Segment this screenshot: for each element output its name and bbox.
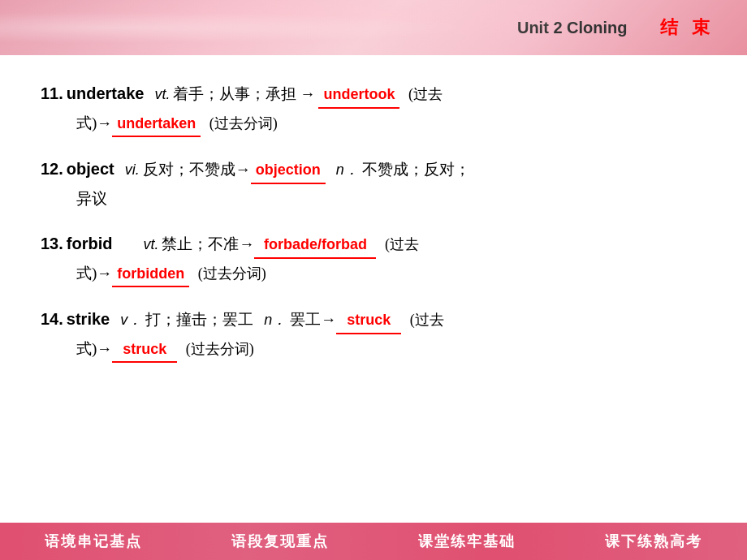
entry-11-paren2: (过去分词) bbox=[205, 111, 278, 136]
entry-13-answer1: forbade/forbad bbox=[254, 232, 376, 259]
entry-14-word: strike bbox=[67, 305, 110, 333]
footer-item-4: 课下练熟高考 bbox=[605, 532, 702, 551]
entry-11-shi: 式)→ bbox=[76, 110, 112, 136]
entry-14-line2: 式)→ struck (过去分词) bbox=[41, 336, 706, 364]
entry-11-line2: 式)→ undertaken (过去分词) bbox=[41, 110, 706, 138]
entry-11-number: 11. bbox=[41, 80, 63, 107]
entry-13-word: forbid bbox=[67, 230, 113, 257]
entry-14-paren2: (过去分词) bbox=[182, 337, 254, 362]
entry-14-shi: 式)→ bbox=[76, 336, 112, 362]
entry-12-def3: 异议 bbox=[76, 186, 107, 212]
entry-14-answer2: struck bbox=[112, 337, 177, 364]
footer-item-2: 语段复现重点 bbox=[231, 532, 329, 551]
entry-12: 12. object vi. 反对；不赞成→ objection n． 不赞成；… bbox=[41, 155, 706, 212]
header-decoration bbox=[0, 0, 747, 55]
entry-12-def2: 不赞成；反对； bbox=[362, 157, 470, 183]
entry-13-shi: 式)→ bbox=[76, 261, 112, 286]
entry-13-paren1: (过去 bbox=[381, 232, 419, 257]
entry-14: 14. strike v． 打；撞击；罢工 n． 罢工→ struck (过去 … bbox=[41, 305, 706, 363]
entry-12-word: object bbox=[67, 155, 114, 183]
entry-13-pos: vt. bbox=[119, 232, 158, 257]
header: Unit 2 Cloning 结 束 bbox=[0, 0, 747, 55]
footer-item-1: 语境串记基点 bbox=[45, 532, 142, 551]
entry-14-line1: 14. strike v． 打；撞击；罢工 n． 罢工→ struck (过去 bbox=[41, 305, 706, 334]
entry-12-def: 反对；不赞成→ bbox=[143, 157, 251, 183]
entry-11-def: 着手；从事；承担 bbox=[173, 81, 296, 107]
entry-14-pos2: n． bbox=[260, 308, 287, 333]
entry-12-line1: 12. object vi. 反对；不赞成→ objection n． 不赞成；… bbox=[41, 155, 706, 184]
entry-14-paren1: (过去 bbox=[406, 308, 444, 333]
entry-14-pos: v． bbox=[116, 308, 142, 333]
entry-12-pos2: n． bbox=[332, 157, 359, 183]
entry-12-line2: 异议 bbox=[41, 186, 706, 212]
entry-11-answer2: undertaken bbox=[112, 111, 201, 138]
entry-13: 13. forbid vt. 禁止；不准→ forbade/forbad (过去… bbox=[41, 230, 706, 287]
footer: 语境串记基点 语段复现重点 课堂练牢基础 课下练熟高考 bbox=[0, 523, 747, 560]
entry-13-paren2: (过去分词) bbox=[194, 261, 266, 286]
entry-13-def: 禁止；不准→ bbox=[162, 231, 254, 257]
entry-11-paren1: (过去 bbox=[404, 82, 443, 107]
entry-13-answer2: forbidden bbox=[112, 261, 189, 288]
entry-14-number: 14. bbox=[41, 305, 63, 333]
entry-14-def: 打；撞击；罢工 bbox=[145, 307, 253, 333]
entry-12-answer1: objection bbox=[251, 157, 326, 184]
entry-14-answer1: struck bbox=[336, 308, 401, 334]
entry-11-pos: vt. bbox=[150, 82, 170, 107]
entry-11-answer1: undertook bbox=[318, 82, 399, 109]
entry-13-number: 13. bbox=[41, 230, 63, 257]
entry-11-line1: 11. undertake vt. 着手；从事；承担 → undertook (… bbox=[41, 80, 706, 109]
entry-14-def2: 罢工→ bbox=[290, 307, 336, 333]
entry-11: 11. undertake vt. 着手；从事；承担 → undertook (… bbox=[41, 80, 706, 137]
entry-12-pos: vi. bbox=[121, 157, 140, 183]
entry-13-line1: 13. forbid vt. 禁止；不准→ forbade/forbad (过去 bbox=[41, 230, 706, 259]
header-end-label: 结 束 bbox=[660, 15, 715, 40]
main-content: 11. undertake vt. 着手；从事；承担 → undertook (… bbox=[0, 55, 747, 397]
header-title: Unit 2 Cloning bbox=[517, 19, 628, 37]
entry-11-arrow1: → bbox=[300, 81, 315, 107]
entry-13-line2: 式)→ forbidden (过去分词) bbox=[41, 261, 706, 288]
entry-11-word: undertake bbox=[67, 80, 145, 107]
entry-12-number: 12. bbox=[41, 155, 63, 183]
footer-item-3: 课堂练牢基础 bbox=[418, 532, 516, 551]
